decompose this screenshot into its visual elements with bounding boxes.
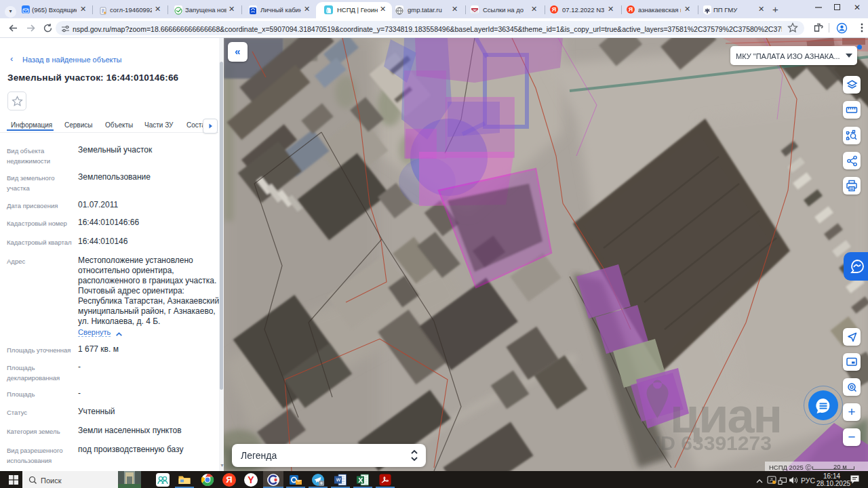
svg-text:ID 63391273: ID 63391273 (655, 432, 772, 454)
